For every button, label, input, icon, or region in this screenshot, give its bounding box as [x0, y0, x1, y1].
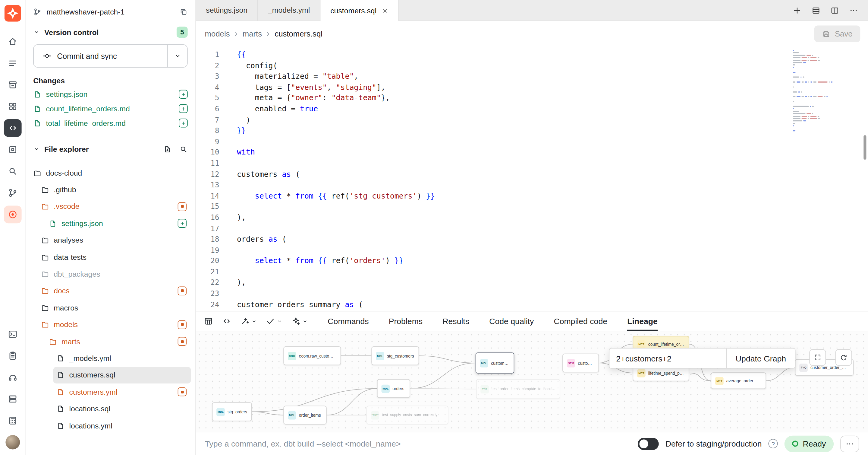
breadcrumb-item[interactable]: customers.sql [275, 29, 322, 38]
tree-item-locations.yml[interactable]: locations.yml [53, 417, 191, 434]
tree-item-analyses[interactable]: analyses [38, 232, 191, 249]
version-control-header[interactable]: Version control 5 [25, 23, 195, 41]
branch-selector[interactable]: matthewshaver-patch-1 [25, 0, 195, 23]
tree-item-.github[interactable]: .github [38, 181, 191, 198]
tree-item-locations.sql[interactable]: locations.sql [53, 400, 191, 417]
tree-item-models[interactable]: models [38, 316, 191, 333]
refresh-button[interactable] [835, 349, 852, 366]
rail-item-explore[interactable] [4, 162, 22, 180]
panel-tab-Compiled code[interactable]: Compiled code [554, 311, 607, 331]
git-commit-icon [42, 52, 51, 60]
rail-item-environments[interactable] [4, 141, 22, 159]
lint-menu-button[interactable] [240, 316, 257, 326]
update-graph-button[interactable]: Update Graph [726, 348, 795, 368]
minimap[interactable] [788, 47, 837, 133]
changed-file-settings.json[interactable]: settings.json [25, 87, 195, 102]
new-file-icon[interactable] [163, 145, 172, 153]
breadcrumb-item[interactable]: marts [243, 29, 262, 38]
user-avatar[interactable] [5, 435, 20, 450]
changed-file-count_lifetime_orders.md[interactable]: count_lifetime_orders.md [25, 102, 195, 116]
tree-item-customers.yml[interactable]: customers.yml [53, 383, 191, 400]
rail-item-terminal[interactable] [4, 325, 22, 343]
ai-menu-button[interactable] [291, 316, 308, 326]
tree-item-settings.json[interactable]: settings.json [45, 215, 191, 232]
more-button[interactable] [840, 435, 859, 452]
panel-tab-Problems[interactable]: Problems [389, 311, 423, 331]
lineage-node-orders[interactable]: MDLorders [377, 379, 410, 398]
fullscreen-button[interactable] [809, 349, 826, 366]
help-icon[interactable]: ? [769, 439, 778, 448]
split-editor-icon[interactable] [830, 6, 839, 15]
line-numbers: 123456789101112131415161718192021222324 [196, 47, 222, 311]
lineage-node-stg_customers[interactable]: MDLstg_customers [371, 346, 419, 365]
code-view-button[interactable] [222, 316, 231, 326]
commit-wrap: Commit and sync [25, 41, 195, 69]
panel-tab-Lineage[interactable]: Lineage [627, 311, 658, 331]
tree-item-marts[interactable]: marts [45, 333, 191, 350]
file-icon [56, 371, 65, 379]
folder-icon [49, 337, 57, 346]
commit-and-sync-button[interactable]: Commit and sync [34, 45, 167, 67]
lineage-node-order_items[interactable]: MDLorder_items [283, 405, 327, 424]
panel-toolbar: CommandsProblemsResultsCode qualityCompi… [196, 311, 868, 331]
breadcrumb-item[interactable]: models [205, 29, 230, 38]
tab-_models.yml[interactable]: _models.yml [258, 0, 320, 21]
tree-item-data-tests[interactable]: data-tests [38, 249, 191, 266]
rail-item-data-sources[interactable] [4, 390, 22, 408]
modified-badge [178, 320, 187, 329]
command-input[interactable]: Type a command, ex. dbt build --select <… [205, 439, 631, 448]
rail-item-jobs[interactable] [4, 76, 22, 94]
rail-item-apps[interactable] [4, 97, 22, 115]
results-table-button[interactable] [204, 316, 213, 326]
lineage-node-raw_customers[interactable]: SRCecom.raw_customers [283, 346, 341, 365]
tree-item-docs[interactable]: docs [38, 282, 191, 299]
tab-settings.json[interactable]: settings.json [196, 0, 258, 21]
changed-file-total_lifetime_orders.md[interactable]: total_lifetime_orders.md [25, 116, 195, 130]
lineage-node-customers_sem[interactable]: SEMcustomers [562, 353, 599, 372]
dbt-logo-icon[interactable] [4, 5, 21, 24]
editor-scrollbar[interactable] [864, 135, 866, 160]
rail-item-home[interactable] [4, 33, 22, 50]
format-menu-button[interactable] [266, 316, 282, 326]
lineage-selector-input[interactable] [610, 348, 726, 368]
rail-item-orchestration[interactable] [4, 184, 22, 202]
close-tab-icon[interactable] [382, 7, 388, 13]
panel-tab-Code quality[interactable]: Code quality [489, 311, 534, 331]
tree-item-docs-cloud[interactable]: docs-cloud [30, 165, 191, 182]
lineage-node-test_order_items[interactable]: TSTtest_order_items_compute_to_book_corr… [476, 379, 560, 399]
folder-icon [41, 287, 50, 295]
file-explorer-actions [163, 145, 188, 153]
rail-item-semantic-layer[interactable] [4, 412, 22, 430]
tree-item-customers.sql[interactable]: customers.sql [53, 367, 191, 383]
lineage-node-average_order_value[interactable]: METaverage_order_value [711, 372, 766, 389]
tab-customers.sql[interactable]: customers.sql [320, 0, 398, 21]
tree-item-.vscode[interactable]: .vscode [38, 198, 191, 215]
save-button[interactable]: Save [814, 25, 860, 42]
rail-item-catalog[interactable] [4, 54, 22, 72]
lineage-node-customers_mdl[interactable]: MDLcustomers [475, 352, 515, 373]
code-line [237, 245, 868, 256]
rail-item-develop[interactable] [4, 119, 22, 137]
new-tab-icon[interactable] [793, 6, 801, 15]
rail-item-copilot[interactable] [4, 205, 22, 223]
tree-item-dbt_packages[interactable]: dbt_packages [38, 265, 191, 282]
more-options-icon[interactable] [849, 6, 858, 15]
commit-options-button[interactable] [167, 45, 187, 67]
defer-toggle[interactable] [638, 437, 659, 450]
rail-item-support[interactable] [4, 368, 22, 386]
rail-item-tasks[interactable] [4, 347, 22, 365]
tab-list-icon[interactable] [812, 6, 820, 15]
rail-bottom-group [4, 325, 22, 429]
tree-item-macros[interactable]: macros [38, 299, 191, 316]
panel-tab-Results[interactable]: Results [442, 311, 469, 331]
file-icon [49, 219, 57, 228]
node-type-badge: MDL [288, 411, 296, 419]
file-explorer-header[interactable]: File explorer [25, 140, 195, 158]
code-editor[interactable]: 123456789101112131415161718192021222324 … [196, 47, 868, 311]
panel-tab-Commands[interactable]: Commands [328, 311, 369, 331]
lineage-node-test_supply[interactable]: TSTtest_supply_costs_sum_correctly [367, 405, 448, 424]
tree-item-_models.yml[interactable]: _models.yml [53, 350, 191, 367]
copy-branch-icon[interactable] [179, 7, 188, 16]
lineage-node-stg_orders[interactable]: MDLstg_orders [212, 402, 252, 421]
search-icon[interactable] [179, 145, 188, 153]
